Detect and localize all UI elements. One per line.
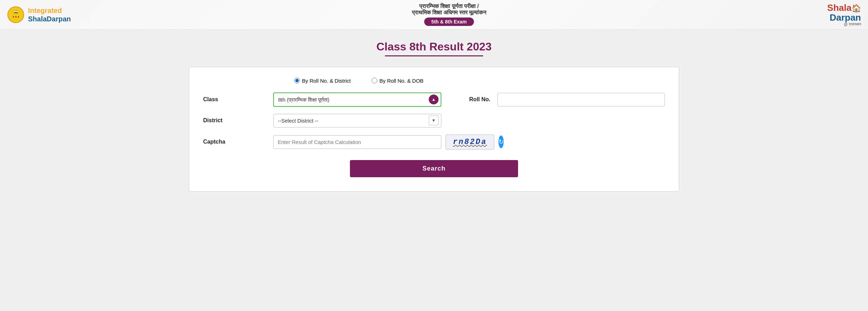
form-card: By Roll No. & District By Roll No. & DOB… (189, 67, 679, 192)
logo-text: Integrated ShalaDarpan (28, 6, 71, 23)
radio-roll-district-label: By Roll No. & District (302, 78, 351, 84)
search-btn-wrap: Search (203, 160, 665, 177)
radio-roll-district-input[interactable] (294, 78, 300, 83)
class-select-wrap: 8th (प्रारम्भिक शिक्षा पूर्णता) ▲ (273, 92, 441, 107)
radio-roll-dob-input[interactable] (372, 78, 377, 83)
class-select-container: 8th (प्रारम्भिक शिक्षा पूर्णता) ▲ (273, 92, 441, 107)
svg-text:✦✦✦: ✦✦✦ (12, 15, 20, 19)
captcha-input[interactable] (273, 135, 441, 149)
captcha-row: Captcha rn82Da ↻ (203, 134, 665, 150)
district-row: District --Select District -- ▼ (203, 114, 665, 127)
class-select[interactable]: 8th (प्रारम्भिक शिक्षा पूर्णता) (273, 92, 441, 107)
radio-roll-dob[interactable]: By Roll No. & DOB (372, 78, 423, 84)
roll-input-wrap (497, 93, 665, 106)
page-title: Class 8th Result 2023 (7, 40, 861, 53)
class-label: Class (203, 96, 273, 103)
captcha-refresh-button[interactable]: ↻ (498, 136, 504, 148)
logo-area: 🇮🇳 ✦✦✦ Integrated ShalaDarpan (7, 6, 71, 23)
main-content: Class 8th Result 2023 By Roll No. & Dist… (0, 30, 868, 202)
radio-roll-district[interactable]: By Roll No. & District (294, 78, 351, 84)
header-hindi-line1: प्रारम्भिक शिक्षा पूर्णता परीक्षा / (412, 3, 487, 9)
search-button[interactable]: Search (350, 160, 518, 177)
exam-badge: 5th & 8th Exam (424, 18, 474, 26)
radio-roll-dob-label: By Roll No. & DOB (379, 78, 423, 84)
title-underline (385, 55, 483, 56)
class-row: Class 8th (प्रारम्भिक शिक्षा पूर्णता) ▲ … (203, 92, 665, 107)
house-icon: 🏠 (852, 4, 861, 13)
logo-shaladarpan: ShalaDarpan (28, 15, 71, 23)
logo-integrated: Integrated (28, 7, 62, 14)
shala-text: Shala (827, 2, 852, 13)
darpan-text: Darpan (827, 13, 861, 22)
district-select[interactable]: --Select District -- (273, 114, 441, 127)
roll-label-wrap: Roll No. (462, 96, 490, 103)
captcha-image: rn82Da (446, 134, 494, 150)
roll-input[interactable] (497, 93, 665, 106)
roll-label: Roll No. (469, 96, 490, 103)
svg-text:🇮🇳: 🇮🇳 (14, 9, 18, 14)
captcha-wrap: rn82Da ↻ (273, 134, 419, 150)
captcha-label: Captcha (203, 139, 273, 145)
emblem-icon: 🇮🇳 ✦✦✦ (7, 6, 25, 23)
district-select-container: --Select District -- ▼ (273, 114, 441, 127)
header-hindi-line2: प्राथमिक शिक्षा अधिगम स्तर मूल्यांकन (412, 9, 487, 16)
header-center: प्रारम्भिक शिक्षा पूर्णता परीक्षा / प्रा… (412, 3, 487, 26)
page-header: 🇮🇳 ✦✦✦ Integrated ShalaDarpan प्रारम्भिक… (0, 0, 868, 30)
district-label: District (203, 117, 273, 124)
svg-point-0 (8, 7, 24, 23)
district-select-wrap: --Select District -- ▼ (273, 114, 441, 127)
header-right-logo: Shala🏠 Darpan @ राजस्थान (827, 3, 861, 27)
radio-group: By Roll No. & District By Roll No. & DOB (294, 78, 665, 84)
